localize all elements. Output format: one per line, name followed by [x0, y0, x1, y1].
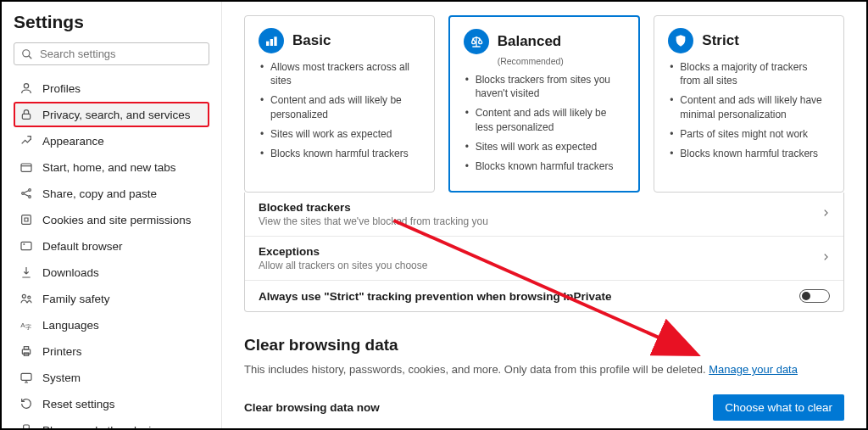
nav-default-browser[interactable]: Default browser — [14, 233, 209, 259]
nav-share[interactable]: Share, copy and paste — [14, 181, 209, 206]
svg-rect-19 — [24, 425, 30, 428]
nav-label: System — [42, 371, 81, 384]
settings-sidebar: Settings Profiles Privacy, search, and s… — [2, 2, 222, 428]
nav-label: Phone and other devices — [42, 424, 169, 429]
nav-label: Cookies and site permissions — [42, 214, 192, 226]
tabs-icon — [19, 159, 34, 175]
row-title: Always use "Strict" tracking prevention … — [259, 290, 611, 303]
nav-label: Default browser — [42, 240, 123, 253]
nav-label: Start, home, and new tabs — [42, 161, 176, 174]
toggle-strict-inprivate[interactable] — [799, 289, 830, 303]
nav-family[interactable]: Family safety — [14, 286, 209, 311]
svg-rect-4 — [21, 164, 31, 171]
clear-now-row: Clear browsing data now Choose what to c… — [244, 394, 844, 421]
system-icon — [19, 370, 34, 385]
card-bullet: Sites will work as expected — [259, 127, 420, 141]
phone-icon — [19, 422, 34, 428]
row-title: Blocked trackers — [259, 201, 488, 214]
tracking-card-basic[interactable]: Basic Allows most trackers across all si… — [244, 15, 435, 193]
svg-rect-9 — [21, 242, 31, 249]
svg-point-6 — [29, 189, 31, 192]
card-bullet: Blocks trackers from sites you haven't v… — [464, 73, 626, 100]
nav-downloads[interactable]: Downloads — [14, 260, 209, 285]
card-title: Basic — [292, 32, 331, 49]
row-desc: Allow all trackers on sites you choose — [259, 260, 427, 271]
search-input[interactable] — [40, 47, 202, 60]
svg-point-5 — [22, 193, 25, 195]
svg-text:A: A — [20, 321, 25, 329]
tracking-card-balanced[interactable]: Balanced (Recommended) Blocks trackers f… — [448, 15, 641, 193]
card-subtitle: (Recommended) — [498, 56, 626, 66]
svg-line-1 — [29, 55, 32, 59]
manage-your-data-link[interactable]: Manage your data — [709, 363, 798, 376]
settings-nav: Profiles Privacy, search, and services A… — [14, 75, 209, 428]
browser-icon — [19, 238, 34, 254]
printer-icon — [19, 343, 34, 359]
row-exceptions[interactable]: Exceptions Allow all trackers on sites y… — [245, 236, 843, 280]
balanced-icon — [464, 29, 489, 54]
nav-system[interactable]: System — [14, 365, 209, 390]
tracking-cards: Basic Allows most trackers across all si… — [244, 15, 844, 193]
strict-icon — [668, 28, 693, 53]
nav-cookies[interactable]: Cookies and site permissions — [14, 207, 209, 232]
card-bullet: Content and ads will likely be less pers… — [464, 106, 626, 133]
card-bullet: Allows most trackers across all sites — [259, 60, 420, 87]
card-bullet: Content and ads will likely be personali… — [259, 93, 420, 120]
nav-label: Languages — [42, 319, 99, 332]
nav-phone[interactable]: Phone and other devices — [14, 417, 209, 428]
svg-rect-16 — [24, 347, 28, 349]
appearance-icon — [19, 133, 34, 148]
card-bullet: Sites will work as expected — [464, 140, 626, 154]
nav-languages[interactable]: A字 Languages — [14, 312, 209, 338]
nav-printers[interactable]: Printers — [14, 338, 209, 364]
search-icon — [21, 48, 33, 60]
settings-main: Basic Allows most trackers across all si… — [222, 2, 866, 428]
svg-point-0 — [23, 49, 30, 56]
nav-label: Appearance — [42, 135, 104, 148]
nav-profiles[interactable]: Profiles — [14, 75, 209, 101]
svg-point-12 — [28, 296, 31, 299]
search-settings-box[interactable] — [14, 42, 209, 65]
tracking-rows: Blocked trackers View the sites that we'… — [244, 193, 844, 312]
reset-icon — [19, 396, 34, 411]
svg-text:字: 字 — [25, 323, 31, 331]
card-bullet: Blocks a majority of trackers from all s… — [668, 60, 830, 87]
row-title: Exceptions — [259, 245, 427, 258]
card-title: Strict — [702, 32, 738, 49]
card-bullet: Content and ads will likely have minimal… — [668, 93, 830, 120]
row-desc: View the sites that we've blocked from t… — [259, 215, 488, 227]
svg-point-10 — [24, 244, 25, 245]
nav-label: Reset settings — [42, 398, 115, 410]
svg-rect-22 — [266, 42, 269, 46]
chevron-right-icon — [821, 207, 830, 221]
nav-label: Downloads — [42, 266, 99, 279]
svg-point-11 — [22, 294, 25, 298]
nav-appearance[interactable]: Appearance — [14, 128, 209, 154]
svg-point-2 — [24, 84, 28, 88]
nav-start[interactable]: Start, home, and new tabs — [14, 154, 209, 180]
chevron-right-icon — [821, 251, 830, 265]
row-blocked-trackers[interactable]: Blocked trackers View the sites that we'… — [245, 193, 843, 236]
share-icon — [19, 186, 34, 201]
nav-privacy[interactable]: Privacy, search, and services — [14, 102, 209, 127]
lock-icon — [19, 107, 34, 122]
basic-icon — [259, 28, 284, 53]
nav-label: Printers — [42, 345, 82, 358]
nav-label: Family safety — [42, 293, 110, 305]
choose-what-to-clear-button[interactable]: Choose what to clear — [713, 394, 844, 421]
svg-rect-23 — [270, 39, 273, 46]
clear-browsing-data-section: Clear browsing data This includes histor… — [244, 336, 844, 428]
settings-title: Settings — [14, 12, 209, 32]
nav-reset[interactable]: Reset settings — [14, 391, 209, 416]
svg-rect-3 — [22, 114, 30, 119]
card-bullet: Blocks known harmful trackers — [668, 147, 830, 160]
card-bullet: Parts of sites might not work — [668, 127, 830, 141]
svg-rect-8 — [22, 215, 31, 225]
nav-label: Privacy, search, and services — [42, 109, 191, 121]
tracking-card-strict[interactable]: Strict Blocks a majority of trackers fro… — [654, 15, 844, 193]
profile-icon — [19, 81, 34, 96]
cookies-icon — [19, 212, 34, 227]
download-icon — [19, 265, 34, 280]
row-strict-inprivate[interactable]: Always use "Strict" tracking prevention … — [245, 280, 843, 311]
nav-label: Share, copy and paste — [42, 187, 157, 200]
